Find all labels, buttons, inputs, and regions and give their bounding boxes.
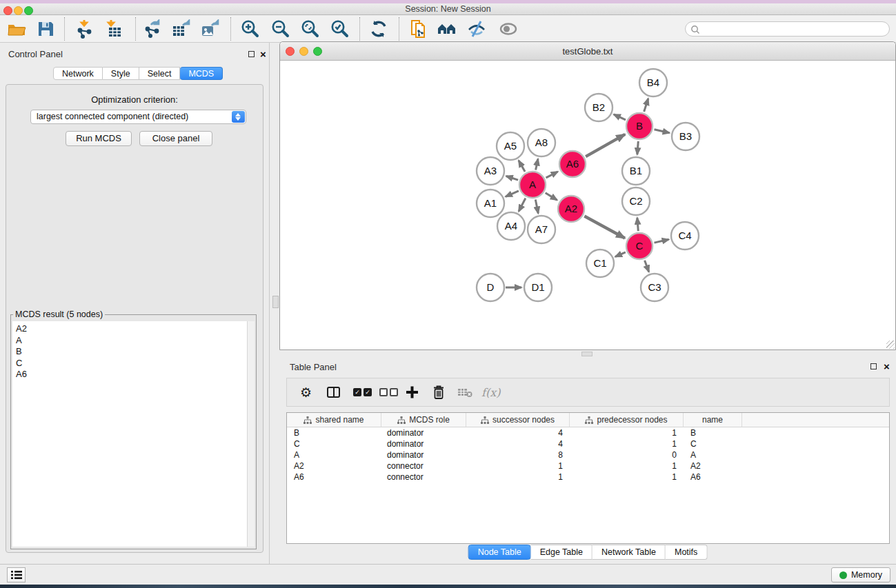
table-row[interactable]: A2connector11A2 — [287, 460, 889, 472]
zoom-selected-icon[interactable] — [329, 19, 350, 39]
close-panel-icon[interactable]: × — [260, 51, 266, 58]
save-session-icon[interactable] — [35, 19, 56, 39]
edge-A-A5[interactable] — [519, 161, 525, 172]
column-header-MCDS-role[interactable]: MCDS role — [381, 413, 466, 427]
node-A1[interactable]: A1 — [477, 190, 504, 217]
edge-C-C4[interactable] — [654, 239, 668, 243]
edge-A6-B[interactable] — [586, 134, 625, 156]
edge-A-A8[interactable] — [536, 159, 538, 170]
edge-C-C2[interactable] — [637, 218, 638, 231]
mcds-result-item[interactable]: A6 — [12, 369, 255, 381]
node-B1[interactable]: B1 — [622, 157, 650, 185]
hide-selected-icon[interactable] — [466, 19, 487, 39]
tab-mcds[interactable]: MCDS — [180, 67, 223, 80]
node-B[interactable]: B — [626, 113, 653, 139]
network-canvas[interactable]: B4B2BB3B1A5A8A6A3AA1C2A2A4A7C4CC1C3DD1 — [280, 61, 895, 349]
add-column-icon[interactable] — [406, 386, 419, 399]
table-row[interactable]: Cdominator41C — [287, 438, 889, 449]
panel-divider-handle[interactable] — [272, 296, 279, 308]
new-network-from-selection-icon[interactable] — [408, 19, 428, 39]
select-all-icon[interactable]: ✓✓ — [353, 388, 374, 396]
refresh-layout-icon[interactable] — [368, 19, 389, 39]
tab-network[interactable]: Network — [53, 67, 103, 80]
open-session-icon[interactable] — [6, 19, 27, 39]
node-A5[interactable]: A5 — [497, 132, 524, 160]
edge-C-C1[interactable] — [615, 252, 626, 257]
table-row[interactable]: A6connector11A6 — [287, 472, 889, 483]
node-C4[interactable]: C4 — [671, 222, 699, 250]
zoom-out-icon[interactable] — [270, 19, 290, 39]
column-header-name[interactable]: name — [684, 413, 742, 427]
mcds-result-list[interactable]: A2ABCA6 — [12, 321, 255, 547]
mcds-result-item[interactable]: C — [12, 358, 255, 369]
criterion-select[interactable]: largest connected component (directed) — [30, 110, 246, 124]
tab-select[interactable]: Select — [139, 67, 181, 80]
node-D1[interactable]: D1 — [524, 274, 552, 301]
run-mcds-button[interactable]: Run MCDS — [66, 131, 132, 146]
node-C1[interactable]: C1 — [586, 250, 614, 277]
panel-divider-handle[interactable] — [581, 352, 593, 356]
edge-B-B2[interactable] — [614, 114, 626, 120]
node-B4[interactable]: B4 — [639, 69, 667, 97]
edge-A-A6[interactable] — [546, 172, 558, 178]
edge-B-B4[interactable] — [644, 99, 648, 112]
edge-A-A7[interactable] — [535, 200, 538, 214]
node-A6[interactable]: A6 — [559, 151, 586, 177]
search-input[interactable] — [685, 21, 890, 37]
mcds-result-item[interactable]: B — [12, 346, 255, 358]
show-all-icon[interactable] — [498, 19, 519, 39]
import-table-icon[interactable] — [104, 19, 125, 39]
edge-A-A1[interactable] — [506, 191, 519, 196]
zoom-fit-icon[interactable] — [299, 19, 320, 39]
function-builder-icon[interactable]: f(x) — [481, 386, 500, 399]
gear-icon[interactable]: ⚙ — [300, 386, 312, 399]
export-table-icon[interactable] — [170, 19, 191, 39]
zoom-in-icon[interactable] — [239, 19, 260, 39]
delete-table-icon[interactable] — [457, 387, 472, 398]
table-row[interactable]: Adominator80A — [287, 449, 889, 460]
node-A4[interactable]: A4 — [497, 212, 525, 240]
deselect-all-icon[interactable] — [379, 388, 400, 396]
resize-grip[interactable] — [886, 341, 895, 349]
node-A2[interactable]: A2 — [558, 196, 584, 222]
node-table[interactable]: shared nameMCDS rolesuccessor nodesprede… — [286, 412, 890, 544]
node-A3[interactable]: A3 — [477, 157, 504, 185]
column-header-successor-nodes[interactable]: successor nodes — [466, 413, 570, 427]
tab-style[interactable]: Style — [103, 67, 139, 80]
edge-B-B3[interactable] — [654, 130, 669, 133]
close-panel-icon[interactable]: × — [884, 363, 890, 370]
node-A[interactable]: A — [519, 172, 546, 198]
show-panels-button[interactable] — [7, 567, 26, 582]
edge-C-C3[interactable] — [645, 261, 649, 272]
column-header-shared-name[interactable]: shared name — [287, 413, 381, 427]
node-C[interactable]: C — [626, 233, 653, 259]
mcds-result-item[interactable]: A — [12, 335, 255, 347]
node-A7[interactable]: A7 — [528, 216, 555, 243]
node-B2[interactable]: B2 — [585, 94, 613, 121]
import-network-icon[interactable] — [74, 19, 94, 39]
scrollbar[interactable] — [247, 321, 255, 547]
node-B3[interactable]: B3 — [672, 123, 699, 150]
edge-A-A4[interactable] — [519, 199, 526, 212]
column-header-predecessor-nodes[interactable]: predecessor nodes — [570, 413, 684, 427]
edge-A-A3[interactable] — [506, 176, 518, 180]
export-network-icon[interactable] — [141, 19, 162, 39]
delete-column-icon[interactable] — [432, 385, 445, 400]
first-neighbors-icon[interactable] — [437, 19, 457, 39]
node-C2[interactable]: C2 — [622, 187, 650, 215]
node-A8[interactable]: A8 — [528, 129, 555, 156]
float-panel-icon[interactable] — [248, 51, 255, 57]
mcds-result-item[interactable]: A2 — [12, 323, 255, 335]
tab-network-table[interactable]: Network Table — [593, 545, 666, 560]
float-panel-icon[interactable] — [870, 363, 877, 369]
edge-A-A2[interactable] — [546, 193, 557, 201]
export-image-icon[interactable] — [199, 19, 220, 39]
node-C3[interactable]: C3 — [641, 274, 668, 301]
network-window-titlebar[interactable]: testGlobe.txt — [280, 42, 895, 61]
memory-button[interactable]: Memory — [831, 567, 890, 582]
node-D[interactable]: D — [477, 274, 504, 301]
columns-icon[interactable] — [327, 387, 340, 398]
close-panel-button[interactable]: Close panel — [139, 131, 212, 146]
edge-A2-C[interactable] — [584, 216, 625, 239]
table-row[interactable]: Bdominator41B — [287, 427, 889, 438]
